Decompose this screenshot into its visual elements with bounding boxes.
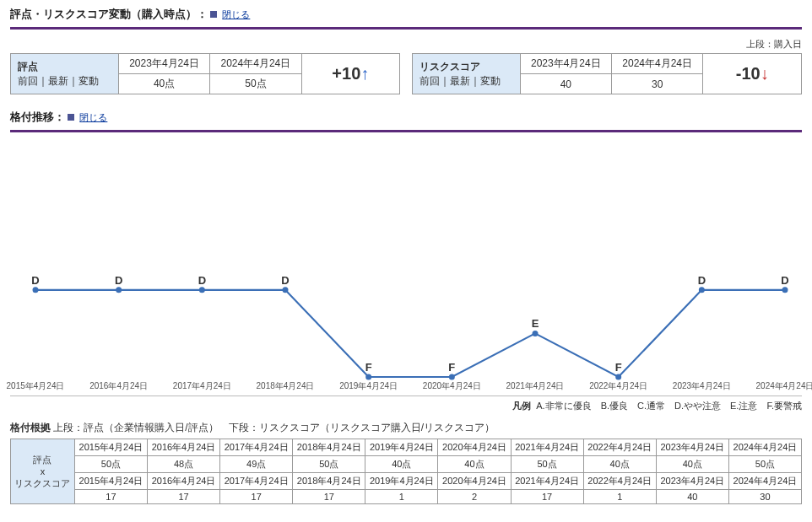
spacer: [400, 54, 413, 74]
trend-cell: 2018年4月24日: [293, 473, 365, 490]
risk-delta-cell: -10↓: [703, 54, 802, 94]
close-link-2[interactable]: 閉じる: [79, 112, 107, 122]
divider-1: [10, 27, 802, 30]
svg-point-7: [615, 374, 621, 380]
trend-cell: 2024年4月24日: [728, 439, 801, 456]
chart-x-label: 2015年4月24日: [7, 380, 65, 392]
trend-cell: 2016年4月24日: [148, 439, 220, 456]
chart-x-label: 2022年4月24日: [589, 380, 647, 392]
trend-title-rest: 上段：評点（企業情報購入日/評点） 下段：リスクスコア（リスクスコア購入日/リス…: [51, 422, 495, 433]
chart-x-label: 2016年4月24日: [89, 380, 148, 392]
chart-x-label: 2024年4月24日: [756, 380, 812, 392]
trend-cell: 2022年4月24日: [583, 439, 656, 456]
hyoten-prev-value: 40点: [118, 74, 209, 94]
trend-table: 評点xリスクスコア2015年4月24日2016年4月24日2017年4月24日2…: [10, 439, 802, 504]
svg-point-4: [365, 374, 371, 380]
chart-legend: 凡例A.非常に優良 B.優良 C.通常 D.やや注意 E.注意 F.要警戒: [10, 400, 802, 412]
hyoten-latest-date: 2024年4月24日: [210, 54, 301, 74]
chart-line: [10, 143, 802, 396]
rating-chart: 2015年4月24日2016年4月24日2017年4月24日2018年4月24日…: [10, 143, 802, 396]
section1-header: 評点・リスクスコア変動（購入時点）： 閉じる: [10, 7, 802, 22]
trend-cell: 50点: [74, 456, 147, 473]
trend-table-title: 格付根拠 上段：評点（企業情報購入日/評点） 下段：リスクスコア（リスクスコア購…: [10, 421, 802, 435]
close-icon-2: [68, 114, 74, 121]
trend-cell: 17: [74, 490, 147, 504]
svg-point-1: [116, 287, 122, 293]
chart-point-label: F: [615, 361, 622, 374]
trend-cell: 2017年4月24日: [220, 473, 293, 490]
hyoten-header: 評点: [18, 61, 38, 73]
chart-x-label: 2018年4月24日: [257, 380, 315, 392]
chart-point-label: D: [698, 273, 706, 286]
risk-subheader: 前回｜最新｜変動: [420, 75, 501, 87]
trend-cell: 2019年4月24日: [365, 439, 438, 456]
trend-cell: 49点: [220, 456, 293, 473]
trend-cell: 40点: [365, 456, 438, 473]
trend-cell: 2018年4月24日: [293, 439, 365, 456]
chart-x-label: 2023年4月24日: [673, 380, 731, 392]
trend-cell: 48点: [148, 456, 220, 473]
risk-prev-value: 40: [520, 74, 611, 94]
chart-point-label: F: [365, 361, 372, 374]
trend-title-prefix: 格付根拠: [10, 422, 51, 433]
svg-point-8: [699, 287, 705, 293]
trend-cell: 50点: [293, 456, 365, 473]
risk-header-cell: リスクスコア 前回｜最新｜変動: [412, 54, 520, 94]
svg-point-0: [33, 287, 39, 293]
trend-cell: 17: [148, 490, 220, 504]
spacer2: [400, 74, 413, 94]
score-change-table: 評点 前回｜最新｜変動 2023年4月24日 2024年4月24日 +10↑ リ…: [10, 53, 802, 94]
trend-cell: 2019年4月24日: [365, 473, 438, 490]
trend-cell: 2022年4月24日: [583, 473, 656, 490]
chart-point-label: D: [781, 273, 788, 286]
trend-cell: 2015年4月24日: [74, 473, 147, 490]
section1-title: 評点・リスクスコア変動（購入時点）：: [10, 8, 208, 20]
chart-x-label: 2021年4月24日: [506, 380, 565, 392]
risk-latest-date: 2024年4月24日: [612, 54, 703, 74]
trend-cell: 2021年4月24日: [511, 473, 583, 490]
divider-2: [10, 130, 802, 132]
svg-point-9: [782, 287, 788, 293]
section2-title: 格付推移：: [10, 110, 65, 123]
section2-header: 格付推移： 閉じる: [10, 110, 802, 125]
trend-cell: 2023年4月24日: [656, 439, 728, 456]
svg-point-2: [199, 287, 205, 293]
trend-cell: 40点: [656, 456, 728, 473]
chart-x-label: 2017年4月24日: [173, 380, 231, 392]
trend-cell: 1: [365, 490, 438, 504]
close-link-1[interactable]: 閉じる: [222, 9, 250, 19]
risk-latest-value: 30: [612, 74, 703, 94]
trend-row-header: 評点xリスクスコア: [11, 439, 75, 504]
trend-cell: 17: [293, 490, 365, 504]
trend-cell: 2015年4月24日: [74, 439, 147, 456]
chart-point-label: D: [115, 273, 122, 286]
chart-x-label: 2019年4月24日: [339, 380, 398, 392]
trend-cell: 2024年4月24日: [728, 473, 801, 490]
svg-point-3: [283, 287, 289, 293]
trend-cell: 2016年4月24日: [148, 473, 220, 490]
trend-cell: 2017年4月24日: [220, 439, 293, 456]
hyoten-subheader: 前回｜最新｜変動: [18, 75, 99, 87]
legend-text: A.非常に優良 B.優良 C.通常 D.やや注意 E.注意 F.要警戒: [536, 401, 802, 411]
hyoten-delta-cell: +10↑: [301, 54, 400, 94]
trend-cell: 40点: [583, 456, 656, 473]
trend-cell: 17: [511, 490, 583, 504]
trend-cell: 30: [728, 490, 801, 504]
close-icon: [210, 11, 217, 18]
hyoten-latest-value: 50点: [210, 74, 301, 94]
trend-cell: 40: [656, 490, 728, 504]
trend-cell: 2020年4月24日: [438, 439, 511, 456]
trend-cell: 2: [438, 490, 511, 504]
trend-cell: 50点: [511, 456, 583, 473]
svg-point-6: [533, 331, 539, 336]
top-right-note: 上段：購入日: [10, 38, 802, 51]
risk-delta-value: -10: [736, 64, 761, 83]
chart-point-label: E: [532, 317, 539, 330]
trend-cell: 2021年4月24日: [511, 439, 583, 456]
trend-cell: 1: [583, 490, 656, 504]
hyoten-prev-date: 2023年4月24日: [118, 54, 209, 74]
chart-point-label: D: [281, 273, 289, 286]
up-arrow-icon: ↑: [360, 64, 369, 83]
trend-cell: 50点: [728, 456, 801, 473]
legend-title: 凡例: [512, 401, 531, 411]
